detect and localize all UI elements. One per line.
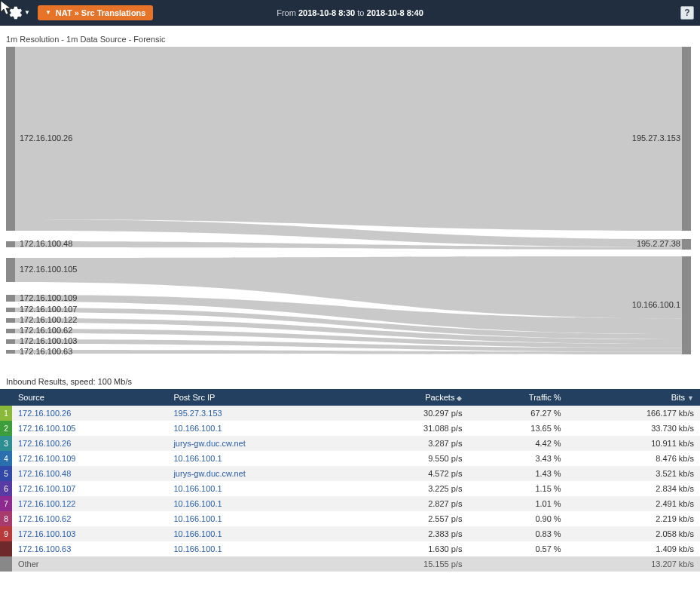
cell-packets: 2.557 p/s bbox=[355, 511, 468, 526]
cell-source: 172.16.100.48 bbox=[12, 466, 167, 481]
cell-post-src: jurys-gw.duc.cw.net bbox=[167, 436, 355, 451]
table-row[interactable]: 7172.16.100.12210.166.100.12.827 p/s1.01… bbox=[0, 496, 700, 511]
post-src-link[interactable]: 10.166.100.1 bbox=[173, 544, 222, 553]
table-row[interactable]: 3172.16.100.26jurys-gw.duc.cw.net3.287 p… bbox=[0, 436, 700, 451]
cell-source: Other bbox=[12, 556, 167, 572]
cell-source: 172.16.100.63 bbox=[12, 541, 167, 556]
cell-packets: 3.225 p/s bbox=[355, 481, 468, 496]
cell-traffic: 67.27 % bbox=[468, 406, 567, 421]
cell-post-src: 10.166.100.1 bbox=[167, 421, 355, 436]
cell-packets: 2.383 p/s bbox=[355, 526, 468, 541]
source-link[interactable]: 172.16.100.109 bbox=[18, 454, 75, 463]
post-src-link[interactable]: 195.27.3.153 bbox=[173, 409, 222, 418]
sankey-node-left[interactable] bbox=[6, 329, 15, 333]
source-link[interactable]: 172.16.100.105 bbox=[18, 424, 75, 433]
col-post-src[interactable]: Post Src IP bbox=[167, 389, 355, 406]
sankey-label-left: 172.16.100.62 bbox=[20, 326, 72, 335]
row-index: 8 bbox=[0, 511, 12, 526]
table-row[interactable]: 5172.16.100.48jurys-gw.duc.cw.net4.572 p… bbox=[0, 466, 700, 481]
sankey-node-left[interactable] bbox=[6, 339, 15, 344]
source-link[interactable]: 172.16.100.62 bbox=[18, 514, 71, 523]
cell-traffic: 1.15 % bbox=[468, 481, 567, 496]
cell-post-src: 10.166.100.1 bbox=[167, 451, 355, 466]
table-row[interactable]: 8172.16.100.6210.166.100.12.557 p/s0.90 … bbox=[0, 511, 700, 526]
cell-bits: 1.409 kb/s bbox=[567, 541, 700, 556]
cell-packets: 9.550 p/s bbox=[355, 451, 468, 466]
sankey-node-left[interactable] bbox=[6, 241, 15, 247]
cell-traffic: 4.42 % bbox=[468, 436, 567, 451]
cell-bits: 13.207 kb/s bbox=[567, 556, 700, 572]
sankey-node-left[interactable] bbox=[6, 295, 15, 302]
nat-dropdown-button[interactable]: ▼ NAT » Src Translations bbox=[38, 5, 154, 20]
cell-post-src: 10.166.100.1 bbox=[167, 481, 355, 496]
topbar: ▼ ▼ NAT » Src Translations From 2018-10-… bbox=[0, 0, 700, 26]
cell-source: 172.16.100.122 bbox=[12, 496, 167, 511]
source-link[interactable]: 172.16.100.26 bbox=[18, 409, 71, 418]
sankey-node-right[interactable] bbox=[682, 47, 691, 231]
col-source[interactable]: Source bbox=[12, 389, 167, 406]
source-link[interactable]: 172.16.100.103 bbox=[18, 529, 75, 538]
post-src-link[interactable]: 10.166.100.1 bbox=[173, 484, 222, 493]
sankey-node-left[interactable] bbox=[6, 350, 15, 354]
sankey-svg bbox=[6, 47, 691, 360]
sankey-node-left[interactable] bbox=[6, 47, 15, 231]
cell-source: 172.16.100.62 bbox=[12, 511, 167, 526]
post-src-link[interactable]: 10.166.100.1 bbox=[173, 514, 222, 523]
sankey-label-left: 172.16.100.107 bbox=[20, 305, 77, 314]
source-link[interactable]: 172.16.100.107 bbox=[18, 484, 75, 493]
cell-bits: 8.476 kb/s bbox=[567, 451, 700, 466]
sankey-node-left[interactable] bbox=[6, 308, 15, 312]
row-index: 7 bbox=[0, 496, 12, 511]
row-index: 5 bbox=[0, 466, 12, 481]
help-button[interactable]: ? bbox=[680, 6, 694, 20]
cell-post-src: jurys-gw.duc.cw.net bbox=[167, 466, 355, 481]
cell-traffic: 0.57 % bbox=[468, 541, 567, 556]
sankey-node-right[interactable] bbox=[682, 256, 691, 354]
post-src-link[interactable]: 10.166.100.1 bbox=[173, 424, 222, 433]
post-src-link[interactable]: 10.166.100.1 bbox=[173, 499, 222, 508]
source-link[interactable]: 172.16.100.63 bbox=[18, 544, 71, 553]
row-index: 3 bbox=[0, 436, 12, 451]
table-row[interactable]: 9172.16.100.10310.166.100.12.383 p/s0.83… bbox=[0, 526, 700, 541]
post-src-link[interactable]: jurys-gw.duc.cw.net bbox=[173, 469, 245, 478]
cell-post-src: 195.27.3.153 bbox=[167, 406, 355, 421]
post-src-link[interactable]: 10.166.100.1 bbox=[173, 529, 222, 538]
sankey-label-left: 172.16.100.105 bbox=[20, 265, 77, 274]
col-traffic[interactable]: Traffic % bbox=[468, 389, 567, 406]
table-row[interactable]: 6172.16.100.10710.166.100.13.225 p/s1.15… bbox=[0, 481, 700, 496]
cell-bits: 2.058 kb/s bbox=[567, 526, 700, 541]
post-src-link[interactable]: jurys-gw.duc.cw.net bbox=[173, 439, 245, 448]
col-bits[interactable]: Bits▼ bbox=[567, 389, 700, 406]
cell-bits: 2.219 kb/s bbox=[567, 511, 700, 526]
sankey-node-left[interactable] bbox=[6, 258, 15, 282]
sort-icon: ◆ bbox=[457, 394, 462, 402]
cell-post-src: 10.166.100.1 bbox=[167, 526, 355, 541]
col-packets[interactable]: Packets◆ bbox=[355, 389, 468, 406]
row-index: 2 bbox=[0, 421, 12, 436]
source-link[interactable]: 172.16.100.122 bbox=[18, 499, 75, 508]
cell-bits: 33.730 kb/s bbox=[567, 421, 700, 436]
table-row[interactable]: 4172.16.100.10910.166.100.19.550 p/s3.43… bbox=[0, 451, 700, 466]
row-index bbox=[0, 541, 12, 556]
table-row-other[interactable]: Other15.155 p/s13.207 kb/s bbox=[0, 556, 700, 572]
table-row[interactable]: 1172.16.100.26195.27.3.15330.297 p/s67.2… bbox=[0, 406, 700, 421]
source-link[interactable]: 172.16.100.26 bbox=[18, 439, 71, 448]
settings-menu[interactable]: ▼ bbox=[6, 5, 30, 21]
results-table: Source Post Src IP Packets◆ Traffic % Bi… bbox=[0, 389, 700, 572]
sankey-node-left[interactable] bbox=[6, 318, 15, 323]
table-row[interactable]: 2172.16.100.10510.166.100.131.088 p/s13.… bbox=[0, 421, 700, 436]
cell-packets: 30.297 p/s bbox=[355, 406, 468, 421]
sankey-chart[interactable]: 172.16.100.26172.16.100.48172.16.100.105… bbox=[6, 47, 694, 371]
table-row[interactable]: 172.16.100.6310.166.100.11.630 p/s0.57 %… bbox=[0, 541, 700, 556]
cell-source: 172.16.100.107 bbox=[12, 481, 167, 496]
time-range[interactable]: From 2018-10-8 8:30 to 2018-10-8 8:40 bbox=[277, 8, 423, 17]
chevron-down-icon: ▼ bbox=[24, 9, 30, 16]
cell-bits: 3.521 kb/s bbox=[567, 466, 700, 481]
cell-source: 172.16.100.26 bbox=[12, 406, 167, 421]
source-link[interactable]: 172.16.100.48 bbox=[18, 469, 71, 478]
sankey-node-right[interactable] bbox=[682, 239, 691, 250]
cell-bits: 2.834 kb/s bbox=[567, 481, 700, 496]
sankey-label-left: 172.16.100.63 bbox=[20, 347, 72, 356]
sankey-link[interactable] bbox=[15, 47, 682, 231]
post-src-link[interactable]: 10.166.100.1 bbox=[173, 454, 222, 463]
